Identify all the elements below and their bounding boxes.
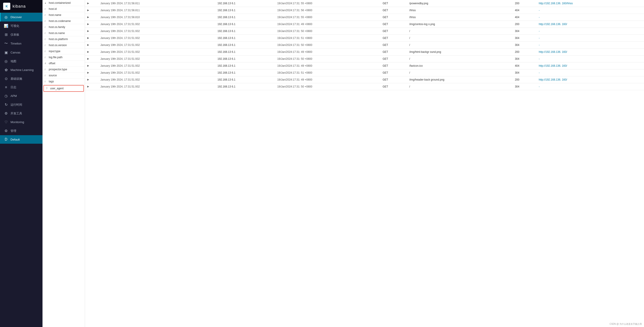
expand-button[interactable]: ▶ xyxy=(85,49,98,56)
field-type-indicator: ? xyxy=(46,87,49,90)
table-row: ▶January 19th 2024, 17:31:51.932192.168.… xyxy=(85,76,644,83)
expand-button[interactable]: ▶ xyxy=(85,56,98,63)
ip-cell: 192.168.13 6.1 xyxy=(215,42,275,49)
path-cell: /img/centos-log o.png xyxy=(407,21,513,28)
date-cell: 19/Jan/2024:17:31: 49 +0800 xyxy=(275,21,380,28)
field-name-label: host.name xyxy=(49,14,61,17)
expand-button[interactable]: ▶ xyxy=(85,63,98,69)
ip-cell: 192.168.13 6.1 xyxy=(215,63,275,69)
url-cell: http://192.168.136. 160/ xyxy=(536,76,644,83)
sidebar-item-infra[interactable]: ⊙基础设施 xyxy=(0,74,42,83)
sidebar-icon-management: ⚙ xyxy=(4,129,8,133)
field-item-7[interactable]: thost.os.version xyxy=(42,42,85,48)
sidebar-item-visualize[interactable]: 📊可视化 xyxy=(0,22,42,30)
url-cell: - xyxy=(536,69,644,76)
field-item-8[interactable]: tinput.type xyxy=(42,48,85,54)
sidebar-item-monitoring[interactable]: ♡Monitoring xyxy=(0,118,42,126)
ip-cell: 192.168.13 6.1 xyxy=(215,49,275,56)
date-cell: 19/Jan/2024:17:31: 50 +0800 xyxy=(275,42,380,49)
field-type-indicator: # xyxy=(45,62,48,65)
path-cell: / xyxy=(407,42,513,49)
field-item-6[interactable]: thost.os.platform xyxy=(42,36,85,42)
status-cell: 404 xyxy=(513,14,537,21)
table-row: ▶January 19th 2024, 17:31:58.811192.168.… xyxy=(85,0,644,7)
timestamp-cell: January 19th 2024, 17:31:51.932 xyxy=(98,42,216,49)
url-cell: - xyxy=(536,56,644,63)
expand-button[interactable]: ▶ xyxy=(85,35,98,42)
field-type-indicator: t xyxy=(45,14,48,16)
field-list-panel: ●host.containerizedthost.idthost.nametho… xyxy=(42,0,85,327)
date-cell: 19/Jan/2024:17:31: 51 +0800 xyxy=(275,69,380,76)
status-cell: 200 xyxy=(513,76,537,83)
sidebar-item-timelion[interactable]: 〜Timelion xyxy=(0,39,42,48)
sidebar-icon-visualize: 📊 xyxy=(4,24,8,28)
sidebar-item-management[interactable]: ⚙管理 xyxy=(0,126,42,135)
table-row: ▶January 19th 2024, 17:31:51.932192.168.… xyxy=(85,63,644,69)
sidebar-item-maps[interactable]: ◎地图 xyxy=(0,57,42,66)
sidebar-item-logs[interactable]: ≡日志 xyxy=(0,83,42,92)
path-cell: /img/header-back ground.png xyxy=(407,76,513,83)
sidebar-item-apm[interactable]: ◷APM xyxy=(0,92,42,100)
field-item-4[interactable]: thost.os.family xyxy=(42,24,85,30)
field-item-11[interactable]: tprospector.type xyxy=(42,67,85,73)
status-cell: 304 xyxy=(513,56,537,63)
url-cell: http://192.168.136. 160/hhss xyxy=(536,0,644,7)
sidebar-icon-monitoring: ♡ xyxy=(4,120,8,124)
field-item-5[interactable]: thost.os.name xyxy=(42,30,85,36)
field-type-indicator: t xyxy=(45,74,48,77)
sidebar-item-canvas[interactable]: ▣Canvas xyxy=(0,48,42,57)
expand-button[interactable]: ▶ xyxy=(85,14,98,21)
field-name-label: host.containerized xyxy=(49,1,70,5)
sidebar-label-uptime: 运行时间 xyxy=(10,103,22,107)
sidebar-item-user[interactable]: DDefault xyxy=(0,135,42,144)
status-cell: 404 xyxy=(513,7,537,14)
field-type-indicator: t xyxy=(45,20,48,22)
field-item-3[interactable]: thost.os.codename xyxy=(42,18,85,24)
sidebar-item-discover[interactable]: ◎Discover xyxy=(0,13,42,22)
expand-button[interactable]: ▶ xyxy=(85,7,98,14)
sidebar-item-devtools[interactable]: ⚙开发工具 xyxy=(0,109,42,118)
logo-area: K kibana xyxy=(0,0,42,13)
date-cell: 19/Jan/2024:17:31: 55 +0800 xyxy=(275,0,380,7)
sidebar-label-user: Default xyxy=(10,138,20,141)
expand-button[interactable]: ▶ xyxy=(85,83,98,90)
method-cell: GET xyxy=(380,7,407,14)
sidebar-icon-infra: ⊙ xyxy=(4,77,8,81)
field-item-12[interactable]: tsource xyxy=(42,73,85,79)
field-item-13[interactable]: ttags xyxy=(42,79,85,85)
field-item-10[interactable]: #offset xyxy=(42,61,85,67)
field-item-14[interactable]: ?user_agent xyxy=(44,85,84,92)
logo-icon: K xyxy=(3,3,10,10)
sidebar-icon-devtools: ⚙ xyxy=(4,111,8,116)
field-name-label: host.os.family xyxy=(49,26,65,29)
field-item-2[interactable]: thost.name xyxy=(42,12,85,18)
path-cell: / xyxy=(407,83,513,90)
table-row: ▶January 19th 2024, 17:31:51.932192.168.… xyxy=(85,35,644,42)
table-row: ▶January 19th 2024, 17:31:51.932192.168.… xyxy=(85,83,644,90)
timestamp-cell: January 19th 2024, 17:31:51.932 xyxy=(98,63,216,69)
expand-button[interactable]: ▶ xyxy=(85,28,98,35)
sidebar-item-dashboard[interactable]: ⊞仪表板 xyxy=(0,30,42,39)
table-row: ▶January 19th 2024, 17:31:58.811192.168.… xyxy=(85,7,644,14)
main-content: ▶January 19th 2024, 17:31:58.811192.168.… xyxy=(85,0,644,327)
method-cell: GET xyxy=(380,56,407,63)
date-cell: 19/Jan/2024:17:31: 50 +0800 xyxy=(275,28,380,35)
timestamp-cell: January 19th 2024, 17:31:58.811 xyxy=(98,0,216,7)
status-cell: 304 xyxy=(513,83,537,90)
expand-button[interactable]: ▶ xyxy=(85,42,98,49)
url-cell: http://192.168.136. 160/ xyxy=(536,49,644,56)
method-cell: GET xyxy=(380,35,407,42)
expand-button[interactable]: ▶ xyxy=(85,0,98,7)
expand-button[interactable]: ▶ xyxy=(85,76,98,83)
field-item-0[interactable]: ●host.containerized xyxy=(42,0,85,6)
sidebar-item-ml[interactable]: ✿Machine Learning xyxy=(0,66,42,74)
expand-button[interactable]: ▶ xyxy=(85,21,98,28)
field-item-1[interactable]: thost.id xyxy=(42,6,85,12)
expand-button[interactable]: ▶ xyxy=(85,69,98,76)
timestamp-cell: January 19th 2024, 17:31:51.932 xyxy=(98,76,216,83)
sidebar-icon-dashboard: ⊞ xyxy=(4,33,8,37)
field-item-9[interactable]: tlog.file.path xyxy=(42,54,85,61)
path-cell: /favicon.ico xyxy=(407,63,513,69)
path-cell: /hhss xyxy=(407,7,513,14)
sidebar-item-uptime[interactable]: ↻运行时间 xyxy=(0,100,42,109)
